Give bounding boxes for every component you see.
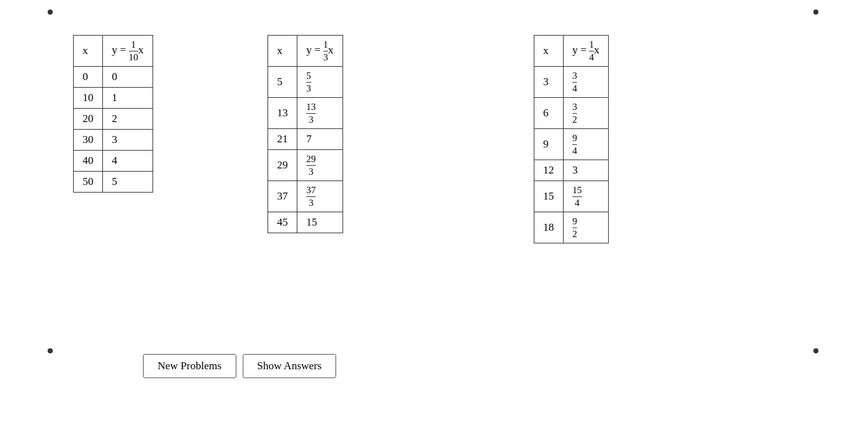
table3-header-y: y = 14x [563,36,609,67]
table-row: 13 133 [268,98,343,129]
new-problems-button[interactable]: New Problems [143,354,236,378]
dot-bottom-left [48,348,53,353]
dot-top-left [48,10,53,15]
table-2: x y = 13x 5 53 13 133 21 7 29 293 [268,35,343,233]
table-row: 5 53 [268,67,343,98]
table2-header-y: y = 13x [297,36,343,67]
table-row: 12 3 [534,160,609,181]
table-3: x y = 14x 3 34 6 32 9 94 12 3 [534,35,609,243]
table-row: 45 15 [268,212,343,233]
table-row: 21 7 [268,129,343,150]
table-row: 00 [74,67,153,88]
table-row: 29 293 [268,150,343,181]
table-1: x y = 110x 00 101 202 303 404 505 [73,35,153,193]
table-row: 18 92 [534,212,609,243]
table-row: 37 373 [268,181,343,212]
dot-top-right [813,10,818,15]
show-answers-button[interactable]: Show Answers [243,354,337,378]
dot-bottom-right [813,348,818,353]
table-row: 404 [74,151,153,172]
table-row: 3 34 [534,67,609,98]
tables-container: x y = 110x 00 101 202 303 404 505 x y = … [73,35,609,243]
table-row: 6 32 [534,98,609,129]
table1-header-x: x [74,36,103,67]
table-row: 15 154 [534,181,609,212]
table3-header-x: x [534,36,563,67]
table-row: 9 94 [534,129,609,160]
buttons-container: New Problems Show Answers [143,354,336,378]
table2-header-x: x [268,36,297,67]
table-row: 202 [74,109,153,130]
table-row: 101 [74,88,153,109]
table1-header-y: y = 110x [103,36,153,67]
table-row: 505 [74,172,153,193]
table-row: 303 [74,130,153,151]
